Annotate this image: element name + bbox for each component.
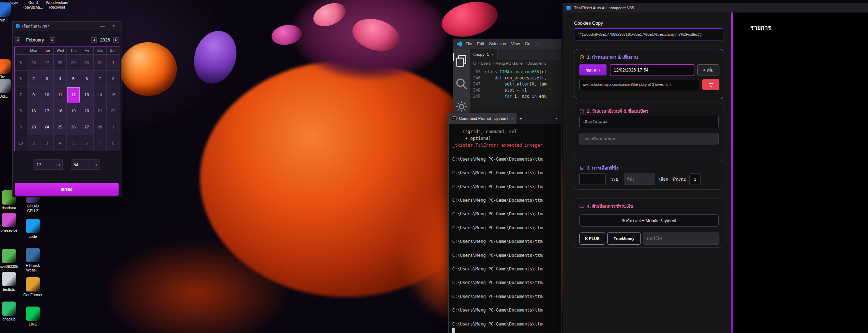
- show-date-input[interactable]: [579, 116, 719, 128]
- calendar-day[interactable]: 3: [40, 71, 53, 87]
- calendar-day[interactable]: 28: [54, 55, 66, 70]
- terminal-tab[interactable]: >_ Command Prompt - python t ×: [449, 113, 517, 124]
- calendar-day[interactable]: 17: [40, 103, 53, 119]
- minute-select[interactable]: 54 ▾: [71, 160, 100, 170]
- calendar-day[interactable]: 27: [80, 119, 93, 135]
- calendar-day[interactable]: 27: [40, 55, 53, 70]
- calendar-day[interactable]: 12: [67, 87, 80, 103]
- code-editor[interactable]: 63class TTMAutomationV35(ct246 def run_p…: [470, 67, 561, 99]
- calendar-day[interactable]: 4: [54, 135, 66, 151]
- add-button[interactable]: + เพิ่ม: [697, 64, 719, 75]
- breadcrumb-item[interactable]: Documents: [527, 61, 546, 65]
- calendar-day[interactable]: 8: [107, 135, 120, 151]
- prev-year-button[interactable]: ◀: [91, 37, 97, 43]
- truemoney-button[interactable]: TrueMoney: [607, 232, 641, 245]
- quantity-input[interactable]: [689, 173, 701, 185]
- fullname-input[interactable]: [579, 133, 719, 145]
- calendar-day[interactable]: 9: [27, 87, 40, 103]
- tab-ttm-py[interactable]: ttm.py 1 ×: [470, 49, 498, 60]
- desktop-icon[interactable]: testtsts: [0, 272, 22, 292]
- new-tab-button[interactable]: +: [520, 116, 523, 121]
- close-tab-icon[interactable]: ×: [511, 116, 513, 121]
- minimize-button[interactable]: —: [98, 24, 107, 29]
- desktop-icon[interactable]: chaclub: [0, 302, 22, 322]
- close-tab-icon[interactable]: ×: [492, 52, 494, 57]
- desktop-icon[interactable]: onesevice: [0, 213, 22, 233]
- calendar-day[interactable]: 4: [54, 71, 66, 87]
- delete-button[interactable]: [702, 79, 719, 90]
- seat-input[interactable]: [624, 173, 655, 185]
- menu-item-go[interactable]: Go: [525, 41, 530, 46]
- search-icon[interactable]: [453, 75, 470, 92]
- prev-month-button[interactable]: ◀: [15, 37, 20, 43]
- next-month-button[interactable]: ▶: [50, 37, 55, 43]
- calendar-day[interactable]: 18: [54, 103, 66, 119]
- calendar-day[interactable]: 22: [107, 103, 120, 119]
- calendar-day[interactable]: 26: [27, 55, 40, 70]
- desktop-icon[interactable]: GenFarmer: [20, 277, 46, 297]
- calendar-day[interactable]: 6: [80, 71, 93, 87]
- calendar-day[interactable]: 15: [107, 87, 120, 103]
- calendar-day[interactable]: 5: [67, 135, 80, 151]
- calendar-day[interactable]: 21: [94, 103, 106, 119]
- calendar-day[interactable]: 7: [94, 135, 106, 151]
- calendar-day[interactable]: 16: [27, 103, 40, 119]
- calendar-day[interactable]: 6: [80, 135, 93, 151]
- desktop-icon[interactable]: ave093305: [0, 249, 22, 269]
- cookie-input[interactable]: [574, 28, 723, 40]
- calendar-day[interactable]: 19: [67, 103, 80, 119]
- phone-input[interactable]: [643, 232, 719, 245]
- menu-item-view[interactable]: View: [511, 41, 520, 46]
- calendar-day[interactable]: 8: [107, 71, 120, 87]
- desktop-icon[interactable]: code: [20, 219, 46, 239]
- breadcrumb[interactable]: C›Users›Meng PC-Game›Documents: [470, 60, 561, 67]
- desktop-icon[interactable]: LINE: [20, 307, 46, 327]
- calendar-day[interactable]: 7: [94, 71, 106, 87]
- calendar-day[interactable]: 29: [67, 55, 80, 70]
- calendar-day[interactable]: 13: [80, 87, 93, 103]
- calendar-day[interactable]: 2: [27, 71, 40, 87]
- terminal-output[interactable]: ('grid', command, sel + options)_tkinter…: [449, 124, 561, 333]
- calendar-day[interactable]: 20: [80, 103, 93, 119]
- calendar-day[interactable]: 14: [94, 87, 106, 103]
- calendar-day[interactable]: 1: [107, 55, 120, 70]
- calendar-day[interactable]: 28: [94, 119, 106, 135]
- concert-url-input[interactable]: [579, 79, 699, 90]
- calendar-day[interactable]: 24: [40, 119, 53, 135]
- desktop-icon[interactable]: GunU (payutcha...: [20, 0, 46, 9]
- close-button[interactable]: ×: [109, 24, 118, 29]
- desktop-icon[interactable]: Wondershare Recoverit: [44, 0, 70, 9]
- breadcrumb-item[interactable]: Meng PC-Game: [495, 61, 523, 65]
- ok-button[interactable]: ตกลง: [15, 183, 119, 196]
- breadcrumb-item[interactable]: Users: [481, 61, 490, 65]
- breadcrumb-item[interactable]: C: [473, 61, 476, 65]
- calendar-day[interactable]: 10: [40, 87, 53, 103]
- zone-input[interactable]: [579, 173, 606, 185]
- calendar-day[interactable]: 5: [67, 71, 80, 87]
- explorer-icon[interactable]: [453, 53, 470, 69]
- specify-button[interactable]: ระบุ: [607, 173, 622, 185]
- menu-item-more[interactable]: ⋯: [535, 41, 540, 46]
- next-year-button[interactable]: ▶: [113, 37, 119, 43]
- kplus-button[interactable]: K PLUS: [579, 232, 605, 245]
- datetime-input[interactable]: [610, 64, 694, 75]
- tab-dropdown-icon[interactable]: ▾: [556, 117, 558, 120]
- hour-select[interactable]: 17 ▾: [34, 160, 63, 170]
- choose-button[interactable]: เลือก: [656, 173, 671, 185]
- set-time-button[interactable]: ขอเวลา: [579, 64, 607, 75]
- calendar-day[interactable]: 31: [94, 55, 106, 70]
- calendar-day[interactable]: 1: [107, 119, 120, 135]
- desktop-icon[interactable]: Win...: [0, 3, 16, 23]
- desktop-icon[interactable]: HTTrack Websi...: [20, 248, 46, 272]
- calendar-day[interactable]: 25: [54, 119, 66, 135]
- calendar-day[interactable]: 30: [80, 55, 93, 70]
- calendar-day[interactable]: 23: [27, 119, 40, 135]
- payment-method-button[interactable]: รับบัตรเอง + Mobile Payment: [579, 214, 719, 227]
- menu-item-file[interactable]: File: [465, 41, 472, 46]
- calendar-day[interactable]: 11: [54, 87, 66, 103]
- calendar-day[interactable]: 2: [27, 135, 40, 151]
- calendar-day[interactable]: 26: [67, 119, 80, 135]
- menu-item-selection[interactable]: Selection: [489, 41, 506, 46]
- menu-item-edit[interactable]: Edit: [477, 41, 484, 46]
- calendar-day[interactable]: 3: [40, 135, 53, 151]
